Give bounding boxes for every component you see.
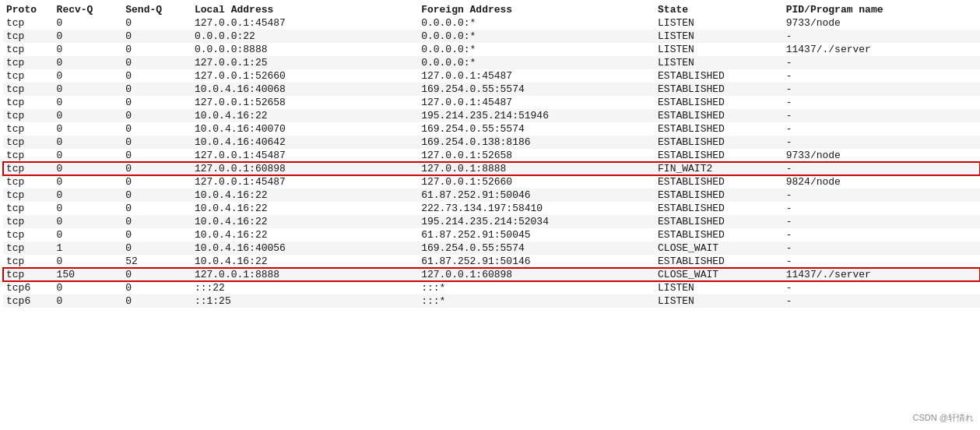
cell-recvq: 0 xyxy=(54,122,123,136)
table-row: tcp0010.0.4.16:2261.87.252.91:50046ESTAB… xyxy=(3,189,980,202)
cell-state: ESTABLISHED xyxy=(655,109,783,122)
cell-sendq: 0 xyxy=(122,30,191,43)
cell-pid: - xyxy=(783,294,980,308)
cell-proto: tcp xyxy=(3,241,54,255)
cell-pid: - xyxy=(783,136,980,149)
cell-recvq: 0 xyxy=(54,30,123,43)
table-row: tcp05210.0.4.16:2261.87.252.91:50146ESTA… xyxy=(3,255,980,268)
header-recvq: Recv-Q xyxy=(54,3,123,16)
cell-local: ::1:25 xyxy=(191,294,418,308)
cell-pid: - xyxy=(783,255,980,268)
cell-proto: tcp xyxy=(3,96,54,109)
cell-pid: - xyxy=(783,83,980,96)
cell-recvq: 0 xyxy=(54,149,123,162)
cell-foreign: 61.87.252.91:50045 xyxy=(418,228,655,241)
cell-sendq: 0 xyxy=(122,16,191,30)
cell-proto: tcp xyxy=(3,149,54,162)
cell-pid: - xyxy=(783,228,980,241)
cell-recvq: 0 xyxy=(54,162,123,175)
table-row: tcp1500127.0.0.1:8888127.0.0.1:60898CLOS… xyxy=(3,268,980,281)
cell-sendq: 0 xyxy=(122,162,191,175)
cell-proto: tcp xyxy=(3,83,54,96)
cell-local: 10.0.4.16:40056 xyxy=(191,241,418,255)
cell-state: ESTABLISHED xyxy=(655,202,783,215)
table-row: tcp0010.0.4.16:40070169.254.0.55:5574EST… xyxy=(3,122,980,136)
table-row: tcp00127.0.0.1:250.0.0.0:*LISTEN- xyxy=(3,56,980,69)
cell-local: 10.0.4.16:22 xyxy=(191,202,418,215)
cell-proto: tcp xyxy=(3,162,54,175)
cell-proto: tcp xyxy=(3,30,54,43)
cell-state: LISTEN xyxy=(655,16,783,30)
cell-sendq: 0 xyxy=(122,281,191,294)
table-row: tcp00127.0.0.1:45487127.0.0.1:52658ESTAB… xyxy=(3,149,980,162)
cell-recvq: 0 xyxy=(54,228,123,241)
cell-local: :::22 xyxy=(191,281,418,294)
cell-proto: tcp xyxy=(3,122,54,136)
cell-proto: tcp xyxy=(3,109,54,122)
watermark: CSDN @轩情れ xyxy=(913,412,974,424)
cell-local: 10.0.4.16:22 xyxy=(191,215,418,228)
table-row: tcp0010.0.4.16:2261.87.252.91:50045ESTAB… xyxy=(3,228,980,241)
cell-foreign: 0.0.0.0:* xyxy=(418,16,655,30)
cell-pid: - xyxy=(783,241,980,255)
cell-recvq: 0 xyxy=(54,281,123,294)
cell-proto: tcp xyxy=(3,202,54,215)
cell-pid: 9733/node xyxy=(783,149,980,162)
cell-recvq: 0 xyxy=(54,43,123,56)
cell-state: LISTEN xyxy=(655,43,783,56)
cell-local: 127.0.0.1:8888 xyxy=(191,268,418,281)
cell-proto: tcp xyxy=(3,16,54,30)
cell-recvq: 0 xyxy=(54,136,123,149)
cell-foreign: 127.0.0.1:45487 xyxy=(418,69,655,83)
cell-foreign: 195.214.235.214:52034 xyxy=(418,215,655,228)
table-row: tcp00127.0.0.1:52660127.0.0.1:45487ESTAB… xyxy=(3,69,980,83)
cell-local: 0.0.0.0:8888 xyxy=(191,43,418,56)
cell-sendq: 0 xyxy=(122,175,191,189)
header-local: Local Address xyxy=(191,3,418,16)
cell-local: 10.0.4.16:22 xyxy=(191,255,418,268)
cell-foreign: 61.87.252.91:50046 xyxy=(418,189,655,202)
cell-pid: - xyxy=(783,56,980,69)
cell-sendq: 0 xyxy=(122,241,191,255)
cell-sendq: 0 xyxy=(122,43,191,56)
cell-pid: - xyxy=(783,109,980,122)
header-state: State xyxy=(655,3,783,16)
cell-sendq: 0 xyxy=(122,215,191,228)
cell-recvq: 0 xyxy=(54,175,123,189)
cell-state: ESTABLISHED xyxy=(655,122,783,136)
table-row: tcp000.0.0.0:220.0.0.0:*LISTEN- xyxy=(3,30,980,43)
cell-pid: - xyxy=(783,162,980,175)
cell-proto: tcp xyxy=(3,43,54,56)
cell-state: ESTABLISHED xyxy=(655,175,783,189)
cell-state: LISTEN xyxy=(655,281,783,294)
cell-foreign: 127.0.0.1:52658 xyxy=(418,149,655,162)
table-row: tcp0010.0.4.16:22222.73.134.197:58410EST… xyxy=(3,202,980,215)
cell-local: 127.0.0.1:52658 xyxy=(191,96,418,109)
cell-foreign: 0.0.0.0:* xyxy=(418,43,655,56)
cell-pid: - xyxy=(783,202,980,215)
cell-proto: tcp xyxy=(3,228,54,241)
cell-proto: tcp xyxy=(3,215,54,228)
table-row: tcp0010.0.4.16:22195.214.235.214:51946ES… xyxy=(3,109,980,122)
cell-recvq: 0 xyxy=(54,83,123,96)
cell-local: 127.0.0.1:45487 xyxy=(191,16,418,30)
table-row: tcp0010.0.4.16:40068169.254.0.55:5574EST… xyxy=(3,83,980,96)
table-row: tcp600::1:25:::*LISTEN- xyxy=(3,294,980,308)
cell-foreign: :::* xyxy=(418,281,655,294)
cell-state: CLOSE_WAIT xyxy=(655,268,783,281)
cell-sendq: 0 xyxy=(122,96,191,109)
table-row: tcp000.0.0.0:88880.0.0.0:*LISTEN11437/./… xyxy=(3,43,980,56)
cell-recvq: 0 xyxy=(54,294,123,308)
cell-local: 10.0.4.16:22 xyxy=(191,228,418,241)
cell-proto: tcp xyxy=(3,268,54,281)
header-proto: Proto xyxy=(3,3,54,16)
cell-proto: tcp xyxy=(3,189,54,202)
cell-local: 127.0.0.1:52660 xyxy=(191,69,418,83)
cell-local: 127.0.0.1:45487 xyxy=(191,175,418,189)
cell-sendq: 0 xyxy=(122,136,191,149)
cell-recvq: 0 xyxy=(54,109,123,122)
cell-recvq: 150 xyxy=(54,268,123,281)
cell-foreign: 195.214.235.214:51946 xyxy=(418,109,655,122)
cell-state: ESTABLISHED xyxy=(655,83,783,96)
cell-local: 127.0.0.1:25 xyxy=(191,56,418,69)
